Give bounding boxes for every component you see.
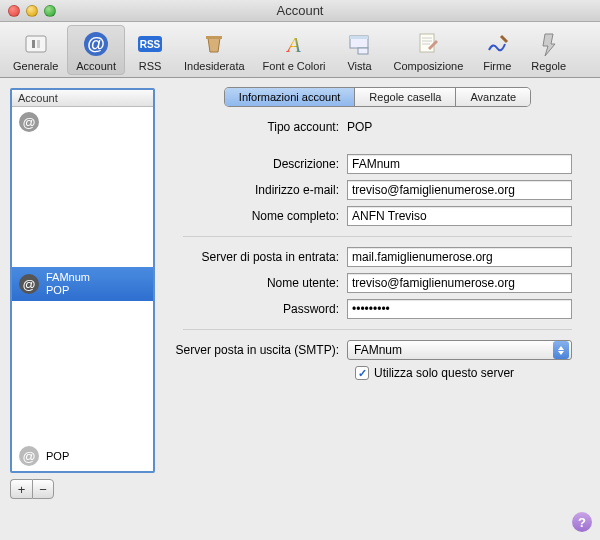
toolbar-rss[interactable]: RSS RSS [125, 25, 175, 75]
updown-arrows-icon [553, 341, 569, 359]
solo-server-checkbox[interactable] [355, 366, 369, 380]
svg-rect-7 [206, 36, 222, 39]
tipo-value: POP [347, 120, 372, 134]
preferences-toolbar: Generale @ Account RSS RSS Indesiderata … [0, 22, 600, 78]
nome-input[interactable] [347, 206, 572, 226]
svg-rect-0 [26, 36, 46, 52]
at-icon [18, 305, 40, 327]
toolbar-label: Firme [483, 60, 511, 72]
account-row[interactable]: @ [12, 107, 153, 137]
traffic-lights [0, 5, 56, 17]
descrizione-input[interactable] [347, 154, 572, 174]
toolbar-label: Vista [347, 60, 371, 72]
account-form: Tipo account: POP Descrizione: Indirizzo… [165, 120, 590, 380]
password-label: Password: [165, 302, 347, 316]
zoom-window-button[interactable] [44, 5, 56, 17]
sidebar-header: Account [12, 90, 153, 107]
svg-text:@: @ [22, 277, 35, 292]
toolbar-composizione[interactable]: Composizione [385, 25, 473, 75]
account-row[interactable] [12, 331, 153, 361]
email-input[interactable] [347, 180, 572, 200]
svg-text:RSS: RSS [140, 39, 161, 50]
account-type: POP [46, 450, 69, 463]
toolbar-label: Font e Colori [263, 60, 326, 72]
toolbar-label: Composizione [394, 60, 464, 72]
switch-icon [20, 28, 52, 60]
at-icon: @ [80, 28, 112, 60]
descrizione-label: Descrizione: [165, 157, 347, 171]
account-list[interactable]: @ @ FAMnumPOP @ POP [12, 107, 153, 471]
tab-avanzate[interactable]: Avanzate [456, 88, 530, 106]
nome-label: Nome completo: [165, 209, 347, 223]
remove-account-button[interactable]: − [32, 479, 54, 499]
serverin-label: Server di posta in entrata: [165, 250, 347, 264]
font-icon: A [278, 28, 310, 60]
svg-text:A: A [285, 32, 301, 57]
at-icon: @ [18, 273, 40, 295]
tab-bar: Informazioni account Regole casella Avan… [165, 88, 590, 106]
toolbar-generale[interactable]: Generale [4, 25, 67, 75]
account-sidebar: Account @ @ FAMnumPOP [10, 88, 155, 473]
rss-icon: RSS [134, 28, 166, 60]
account-row[interactable]: @ POP [12, 441, 153, 471]
utente-input[interactable] [347, 273, 572, 293]
at-icon: @ [18, 111, 40, 133]
main-panel: Informazioni account Regole casella Avan… [165, 88, 590, 530]
toolbar-regole[interactable]: Regole [522, 25, 575, 75]
account-name: FAMnum [46, 271, 90, 283]
help-button[interactable]: ? [572, 512, 592, 532]
add-remove-buttons: + − [10, 479, 155, 499]
tab-regole[interactable]: Regole casella [355, 88, 456, 106]
svg-rect-10 [350, 36, 368, 39]
account-type: POP [46, 284, 90, 297]
toolbar-label: RSS [139, 60, 162, 72]
svg-text:@: @ [22, 115, 35, 130]
toolbar-firme[interactable]: Firme [472, 25, 522, 75]
add-account-button[interactable]: + [10, 479, 32, 499]
smtp-select[interactable]: FAMnum [347, 340, 572, 360]
rules-icon [533, 28, 565, 60]
svg-text:@: @ [22, 449, 35, 464]
smtp-value: FAMnum [354, 343, 402, 357]
toolbar-label: Indesiderata [184, 60, 245, 72]
toolbar-vista[interactable]: Vista [335, 25, 385, 75]
password-input[interactable] [347, 299, 572, 319]
svg-text:@: @ [87, 34, 105, 54]
view-icon [344, 28, 376, 60]
toolbar-label: Account [76, 60, 116, 72]
toolbar-account[interactable]: @ Account [67, 25, 125, 75]
toolbar-indesiderata[interactable]: Indesiderata [175, 25, 254, 75]
toolbar-font[interactable]: A Font e Colori [254, 25, 335, 75]
at-icon: @ [18, 445, 40, 467]
tab-info[interactable]: Informazioni account [225, 88, 356, 106]
close-window-button[interactable] [8, 5, 20, 17]
toolbar-label: Regole [531, 60, 566, 72]
svg-rect-12 [420, 34, 434, 52]
serverin-input[interactable] [347, 247, 572, 267]
svg-rect-1 [32, 40, 35, 48]
smtp-label: Server posta in uscita (SMTP): [165, 343, 347, 357]
utente-label: Nome utente: [165, 276, 347, 290]
svg-rect-2 [37, 40, 40, 48]
svg-rect-11 [358, 48, 368, 54]
window-title: Account [0, 3, 600, 18]
divider [183, 236, 572, 237]
at-icon [18, 335, 40, 357]
compose-icon [412, 28, 444, 60]
titlebar: Account [0, 0, 600, 22]
account-row[interactable] [12, 301, 153, 331]
solo-server-label: Utilizza solo questo server [374, 366, 514, 380]
divider [183, 329, 572, 330]
email-label: Indirizzo e-mail: [165, 183, 347, 197]
junk-icon [198, 28, 230, 60]
toolbar-label: Generale [13, 60, 58, 72]
signature-icon [481, 28, 513, 60]
tipo-label: Tipo account: [165, 120, 347, 134]
minimize-window-button[interactable] [26, 5, 38, 17]
account-row-selected[interactable]: @ FAMnumPOP [12, 267, 153, 301]
